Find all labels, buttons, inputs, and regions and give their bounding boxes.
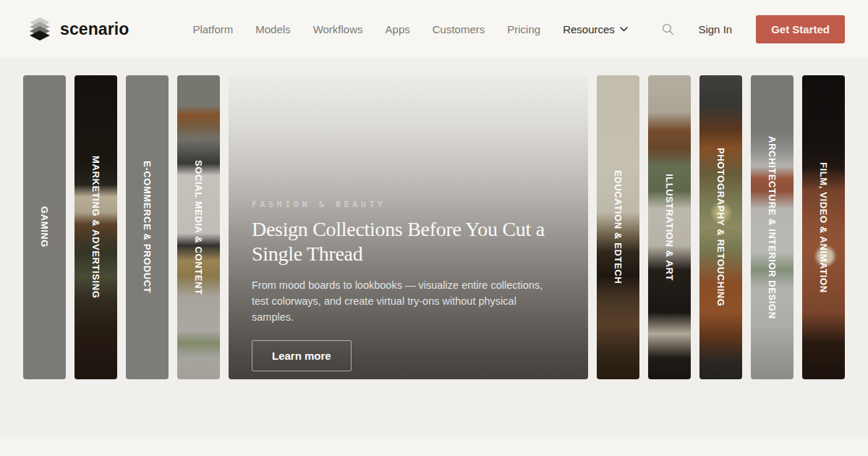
expanded-panel-fashion-beauty: FASHION & BEAUTY Design Collections Befo… [229, 75, 588, 379]
nav-resources-label: Resources [563, 23, 615, 35]
panel-label: PHOTOGRAPHY & RETOUCHING [699, 75, 742, 379]
brand-logo[interactable]: scenario [26, 16, 129, 42]
nav-item-workflows[interactable]: Workflows [313, 23, 363, 35]
category-panel-education-edtech[interactable]: EDUCATION & EDTECH [597, 75, 639, 379]
search-icon[interactable] [662, 23, 674, 35]
nav-item-resources[interactable]: Resources [563, 23, 628, 35]
panel-label: EDUCATION & EDTECH [597, 75, 639, 379]
nav-item-models[interactable]: Models [255, 23, 290, 35]
panel-label: FILM, VIDEO & ANIMATION [802, 75, 845, 379]
main-nav: Platform Models Workflows Apps Customers… [192, 23, 627, 35]
panel-eyebrow: FASHION & BEAUTY [252, 200, 386, 209]
top-navigation-bar: scenario Platform Models Workflows Apps … [0, 0, 868, 58]
nav-item-customers[interactable]: Customers [433, 23, 485, 35]
category-panel-ecommerce-product[interactable]: E-COMMERCE & PRODUCT [126, 75, 169, 379]
category-panel-gaming[interactable]: GAMING [23, 75, 66, 379]
nav-item-platform[interactable]: Platform [192, 23, 233, 35]
panel-label: E-COMMERCE & PRODUCT [126, 75, 169, 379]
nav-item-apps[interactable]: Apps [386, 23, 410, 35]
panel-label: GAMING [23, 75, 66, 379]
panel-label: ILLUSTRATION & ART [648, 75, 691, 379]
sign-in-link[interactable]: Sign In [698, 23, 732, 35]
header-actions: Sign In Get Started [662, 15, 845, 43]
brand-wordmark: scenario [60, 20, 129, 39]
panel-label: MARKETING & ADVERTISING [75, 75, 117, 379]
expanded-panel-content: FASHION & BEAUTY Design Collections Befo… [229, 75, 588, 379]
category-panel-illustration-art[interactable]: ILLUSTRATION & ART [648, 75, 691, 379]
category-panel-film-video-animation[interactable]: FILM, VIDEO & ANIMATION [802, 75, 845, 379]
section-spacer [0, 379, 868, 437]
industry-accordion: GAMING MARKETING & ADVERTISING E-COMMERC… [0, 58, 868, 379]
category-panel-social-media-content[interactable]: SOCIAL MEDIA & CONTENT [177, 75, 220, 379]
category-panel-marketing-advertising[interactable]: MARKETING & ADVERTISING [75, 75, 117, 379]
next-section-edge [0, 437, 868, 456]
panel-headline: Design Collections Before You Cut a Sing… [252, 217, 559, 266]
panel-label: ARCHITECTURE & INTERIOR DESIGN [751, 75, 793, 379]
category-panel-photography-retouching[interactable]: PHOTOGRAPHY & RETOUCHING [699, 75, 742, 379]
nav-item-pricing[interactable]: Pricing [507, 23, 540, 35]
get-started-button[interactable]: Get Started [756, 15, 845, 43]
panel-description: From mood boards to lookbooks — visualiz… [252, 278, 559, 325]
scenario-layers-icon [26, 16, 54, 42]
learn-more-button[interactable]: Learn more [252, 340, 352, 371]
category-panel-architecture-interior-design[interactable]: ARCHITECTURE & INTERIOR DESIGN [751, 75, 793, 379]
panel-label: SOCIAL MEDIA & CONTENT [177, 75, 220, 379]
chevron-down-icon [620, 27, 628, 32]
